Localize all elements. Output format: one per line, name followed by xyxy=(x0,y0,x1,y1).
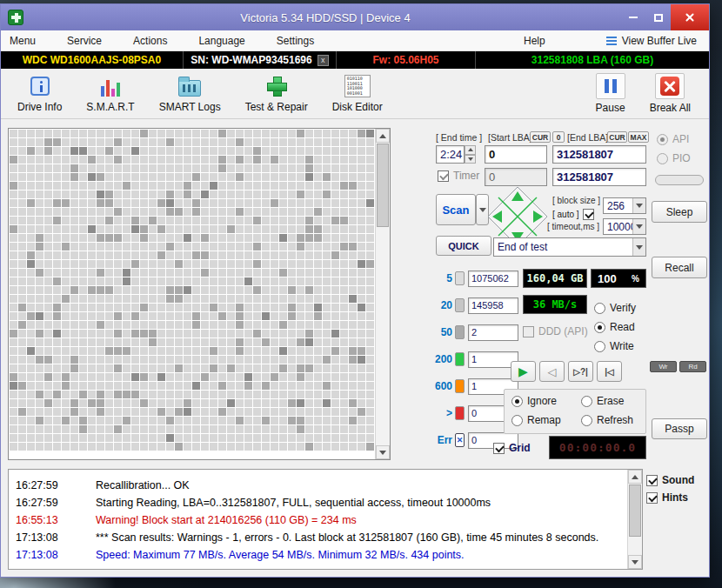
sound-checkbox[interactable]: Sound xyxy=(646,474,709,486)
back-button[interactable]: ◁ xyxy=(539,361,565,382)
scroll-up-icon[interactable] xyxy=(376,129,390,143)
read-radio[interactable]: Read xyxy=(594,321,635,333)
block-cell xyxy=(201,286,209,294)
test-repair-button[interactable]: Test & Repair xyxy=(237,72,316,115)
close-button[interactable] xyxy=(671,4,709,30)
menu-item-menu[interactable]: Menu xyxy=(10,35,36,47)
auto-checkbox-box[interactable] xyxy=(583,209,594,220)
grid-checkbox[interactable]: Grid xyxy=(493,442,531,454)
write-radio[interactable]: Write xyxy=(594,340,634,352)
start-button[interactable]: ▶ xyxy=(511,361,536,382)
end-time-spinner[interactable] xyxy=(465,145,476,164)
timer-checkbox[interactable]: Timer xyxy=(438,170,479,182)
combo-dropdown-icon[interactable] xyxy=(632,198,645,213)
map-scroll-thumb[interactable] xyxy=(377,144,389,227)
end-lba-max-button[interactable]: MAX xyxy=(628,131,649,143)
block-cell xyxy=(105,347,113,355)
pause-button[interactable]: Pause xyxy=(588,71,633,116)
menu-item-language[interactable]: Language xyxy=(198,35,244,47)
block-cell xyxy=(314,173,322,181)
lba-count-field[interactable]: 312581807 xyxy=(552,168,646,186)
end-of-test-combo[interactable]: End of test xyxy=(493,237,646,257)
scan-button[interactable]: Scan xyxy=(436,194,476,225)
combo-dropdown-icon[interactable] xyxy=(632,219,645,234)
auto-checkbox[interactable]: [ auto ] xyxy=(552,209,594,220)
block-cell xyxy=(140,164,148,172)
timer-checkbox-box[interactable] xyxy=(438,170,449,182)
erase-radio[interactable]: Erase xyxy=(581,395,624,407)
timeout-combo[interactable]: 10000 xyxy=(603,218,646,235)
spin-down-icon[interactable] xyxy=(465,155,476,164)
block-cell xyxy=(297,312,304,320)
log-scrollbar[interactable] xyxy=(627,470,642,569)
menu-item-help[interactable]: Help xyxy=(524,35,545,47)
block-cell xyxy=(105,364,113,372)
remap-radio-circle[interactable] xyxy=(511,415,523,426)
smart-logs-button[interactable]: SMART Logs xyxy=(151,72,229,115)
drive-info-button[interactable]: Drive Info xyxy=(10,72,70,115)
menu-item-actions[interactable]: Actions xyxy=(133,35,167,47)
maximize-button[interactable] xyxy=(645,4,671,30)
block-cell xyxy=(184,338,191,346)
refresh-label: Refresh xyxy=(597,414,633,426)
block-cell xyxy=(140,208,148,216)
combo-dropdown-icon[interactable] xyxy=(632,238,645,256)
api-radio[interactable]: API xyxy=(657,133,689,145)
verify-radio-circle[interactable] xyxy=(594,303,605,314)
ignore-radio[interactable]: Ignore xyxy=(511,395,557,407)
verify-radio[interactable]: Verify xyxy=(594,302,636,314)
erase-radio-circle[interactable] xyxy=(581,396,592,407)
write-small-button[interactable]: Wr xyxy=(650,361,677,372)
titlebar[interactable]: Victoria 5.34 HDD/SSD | Device 4 xyxy=(1,4,709,30)
jump-back-button[interactable]: |◁ xyxy=(597,361,622,382)
ddd-api-checkbox[interactable]: DDD (API) xyxy=(523,325,588,337)
start-lba-zero-button[interactable]: 0 xyxy=(552,131,565,143)
start-lba-input[interactable]: 0 xyxy=(485,145,547,164)
view-buffer-live-button[interactable]: View Buffer Live xyxy=(606,35,697,47)
end-lba-cur-button[interactable]: CUR xyxy=(607,131,627,143)
menu-item-service[interactable]: Service xyxy=(67,35,102,47)
read-radio-circle[interactable] xyxy=(594,322,605,333)
refresh-radio[interactable]: Refresh xyxy=(581,414,633,426)
end-time-value[interactable]: 2:24 xyxy=(436,145,465,164)
menu-item-settings[interactable]: Settings xyxy=(277,35,314,47)
minimize-button[interactable] xyxy=(620,4,645,30)
block-cell xyxy=(262,364,270,372)
read-small-button[interactable]: Rd xyxy=(679,361,706,372)
block-cell xyxy=(105,182,113,190)
disk-editor-button[interactable]: 010110 110011 101000 001001 Disk Editor xyxy=(324,72,391,115)
scroll-down-icon[interactable] xyxy=(376,445,390,459)
block-size-combo[interactable]: 256 xyxy=(603,197,646,214)
ignore-radio-circle[interactable] xyxy=(511,396,523,407)
grid-checkbox-box[interactable] xyxy=(493,443,505,454)
scroll-up-icon[interactable] xyxy=(628,470,642,484)
sound-checkbox-box[interactable] xyxy=(646,475,658,486)
jump-forward-button[interactable]: ▷?| xyxy=(568,361,593,382)
refresh-radio-circle[interactable] xyxy=(581,415,592,426)
end-lba-input[interactable]: 312581807 xyxy=(552,145,646,164)
log-scroll-thumb[interactable] xyxy=(629,484,641,537)
api-radio-circle[interactable] xyxy=(657,134,668,145)
spin-up-icon[interactable] xyxy=(465,145,476,155)
hints-checkbox[interactable]: Hints xyxy=(646,491,709,504)
sleep-button[interactable]: Sleep xyxy=(652,201,707,223)
recall-button[interactable]: Recall xyxy=(652,257,707,278)
quick-button[interactable]: QUICK xyxy=(436,236,491,256)
pio-radio-circle[interactable] xyxy=(657,153,668,164)
serial-close-button[interactable]: x xyxy=(318,55,329,66)
scroll-down-icon[interactable] xyxy=(628,555,642,569)
smart-button[interactable]: S.M.A.R.T xyxy=(78,72,142,115)
map-scrollbar[interactable] xyxy=(375,129,390,459)
block-cell xyxy=(314,408,322,416)
break-all-button[interactable]: Break All xyxy=(642,71,699,116)
block-cell xyxy=(244,130,252,137)
ddd-checkbox-box[interactable] xyxy=(523,326,534,337)
write-radio-circle[interactable] xyxy=(594,341,605,352)
start-lba-cur-button[interactable]: CUR xyxy=(530,131,551,143)
pio-radio[interactable]: PIO xyxy=(657,152,691,164)
block-cell xyxy=(349,208,357,216)
hints-checkbox-box[interactable] xyxy=(646,492,658,504)
remap-radio[interactable]: Remap xyxy=(511,414,561,426)
block-cell xyxy=(366,234,374,242)
passp-button[interactable]: Passp xyxy=(652,418,707,439)
